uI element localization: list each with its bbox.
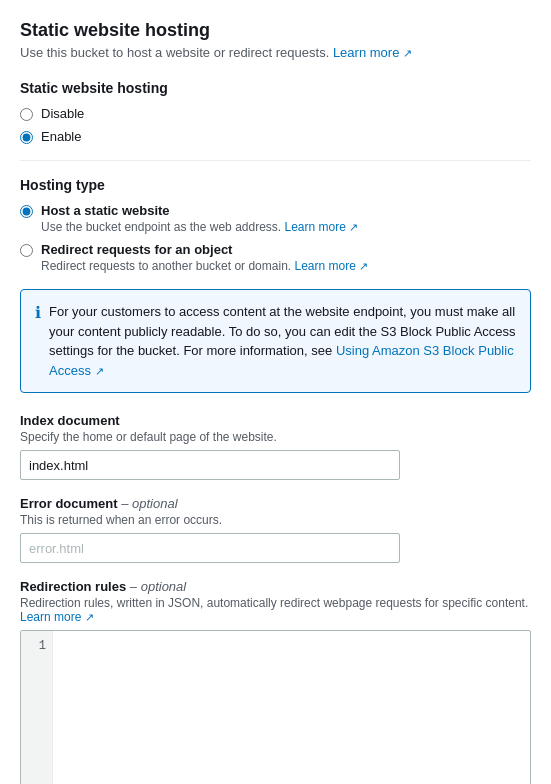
host-static-description: Use the bucket endpoint as the web addre… — [41, 220, 358, 234]
redirect-description: Redirect requests to another bucket or d… — [41, 259, 368, 273]
static-hosting-title: Static website hosting — [20, 80, 531, 96]
info-box: ℹ For your customers to access content a… — [20, 289, 531, 393]
hosting-type-section: Hosting type Host a static website Use t… — [20, 177, 531, 273]
code-editor[interactable]: 1 — [20, 630, 531, 784]
redirect-learn-more[interactable]: Learn more — [294, 259, 368, 273]
index-document-label: Index document — [20, 413, 531, 428]
info-text: For your customers to access content at … — [49, 302, 516, 380]
error-document-input[interactable] — [20, 533, 400, 563]
error-document-section: Error document – optional This is return… — [20, 496, 531, 563]
redirection-rules-description: Redirection rules, written in JSON, auto… — [20, 596, 531, 624]
index-document-section: Index document Specify the home or defau… — [20, 413, 531, 480]
line-numbers: 1 — [21, 631, 53, 784]
redirection-learn-more[interactable]: Learn more — [20, 610, 94, 624]
error-document-description: This is returned when an error occurs. — [20, 513, 531, 527]
static-hosting-radio-group: Disable Enable — [20, 106, 531, 144]
info-icon: ℹ — [35, 303, 41, 322]
error-document-label: Error document – optional — [20, 496, 531, 511]
disable-radio[interactable] — [20, 108, 33, 121]
host-static-label: Host a static website — [41, 203, 358, 218]
host-static-radio[interactable] — [20, 205, 33, 218]
hosting-type-title: Hosting type — [20, 177, 531, 193]
host-static-learn-more[interactable]: Learn more — [285, 220, 359, 234]
redirection-optional-label: – optional — [130, 579, 186, 594]
index-document-input[interactable] — [20, 450, 400, 480]
disable-radio-item[interactable]: Disable — [20, 106, 531, 121]
redirect-radio-item[interactable]: Redirect requests for an object Redirect… — [20, 242, 531, 273]
redirect-content: Redirect requests for an object Redirect… — [41, 242, 368, 273]
redirection-rules-section: Redirection rules – optional Redirection… — [20, 579, 531, 784]
redirect-label: Redirect requests for an object — [41, 242, 368, 257]
redirection-rules-label: Redirection rules – optional — [20, 579, 531, 594]
divider-1 — [20, 160, 531, 161]
redirect-radio[interactable] — [20, 244, 33, 257]
page-description: Use this bucket to host a website or red… — [20, 45, 531, 60]
main-content: Static website hosting Use this bucket t… — [0, 0, 551, 784]
page-title: Static website hosting — [20, 20, 531, 41]
index-document-description: Specify the home or default page of the … — [20, 430, 531, 444]
enable-radio[interactable] — [20, 131, 33, 144]
hosting-type-radio-group: Host a static website Use the bucket end… — [20, 203, 531, 273]
enable-radio-item[interactable]: Enable — [20, 129, 531, 144]
error-optional-label: – optional — [121, 496, 177, 511]
code-textarea[interactable] — [53, 631, 530, 784]
disable-label: Disable — [41, 106, 84, 121]
enable-label: Enable — [41, 129, 81, 144]
page-learn-more-link[interactable]: Learn more — [333, 45, 412, 60]
static-hosting-section: Static website hosting Disable Enable — [20, 80, 531, 144]
host-static-radio-item[interactable]: Host a static website Use the bucket end… — [20, 203, 531, 234]
host-static-content: Host a static website Use the bucket end… — [41, 203, 358, 234]
